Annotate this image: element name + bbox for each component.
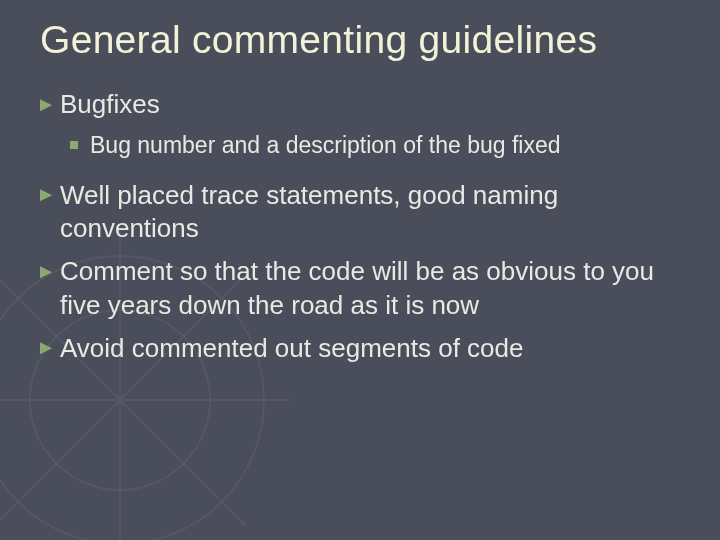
slide: General commenting guidelines ► Bugfixes… bbox=[0, 0, 720, 540]
triangle-bullet-icon: ► bbox=[36, 182, 56, 208]
subbullet-text: Bug number and a description of the bug … bbox=[90, 132, 561, 158]
bullet-lead: Avoid bbox=[60, 333, 125, 363]
triangle-bullet-icon: ► bbox=[36, 92, 56, 118]
bullet-text: Bugfixes bbox=[60, 89, 160, 119]
bullet-rest: placed trace statements, good naming con… bbox=[60, 180, 558, 243]
bullet-bugfixes: ► Bugfixes bbox=[36, 88, 684, 121]
subbullet-bug-number: Bug number and a description of the bug … bbox=[36, 131, 684, 160]
bullet-comment-obvious: ► Comment so that the code will be as ob… bbox=[36, 255, 684, 322]
square-bullet-icon bbox=[70, 141, 78, 149]
triangle-bullet-icon: ► bbox=[36, 335, 56, 361]
bullet-rest: commented out segments of code bbox=[125, 333, 524, 363]
triangle-bullet-icon: ► bbox=[36, 259, 56, 285]
slide-title: General commenting guidelines bbox=[40, 18, 684, 62]
bullet-avoid-commented: ► Avoid commented out segments of code bbox=[36, 332, 684, 365]
bullet-well-placed: ► Well placed trace statements, good nam… bbox=[36, 179, 684, 246]
slide-content: ► Bugfixes Bug number and a description … bbox=[36, 88, 684, 365]
bullet-lead: Well bbox=[60, 180, 110, 210]
bullet-lead: Comment bbox=[60, 256, 173, 286]
